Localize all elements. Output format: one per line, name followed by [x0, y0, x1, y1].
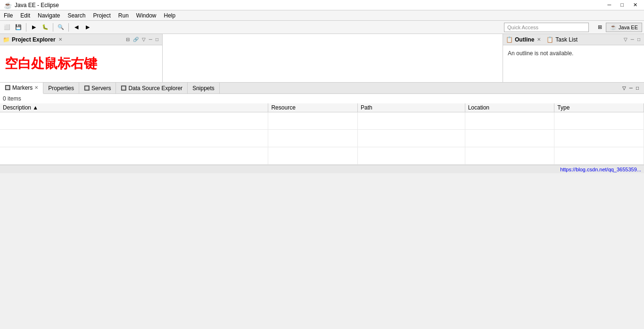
- outline-content: An outline is not available.: [503, 45, 644, 82]
- outline-close[interactable]: ✕: [537, 37, 541, 42]
- outline-panel: 📋 Outline ✕ 📋 Task List ▽ ─ □ An outline…: [503, 34, 644, 82]
- col-path: Path: [358, 103, 465, 112]
- window-title: Java EE - Eclipse: [15, 2, 605, 8]
- tab-datasource-label: Data Source Explorer: [128, 85, 182, 92]
- project-explorer-title: Project Explorer: [12, 36, 56, 43]
- outline-view-menu[interactable]: ▽: [623, 37, 628, 42]
- markers-table: Description ▲ Resource Path Location Typ…: [0, 103, 644, 165]
- outline-header: 📋 Outline ✕ 📋 Task List ▽ ─ □: [503, 34, 644, 45]
- toolbar-run-btn[interactable]: ▶: [29, 22, 39, 33]
- tab-markers-label: Markers: [12, 84, 33, 91]
- bottom-content: 0 items Description ▲ Resource Path Loca…: [0, 94, 644, 165]
- tasklist-icon: 📋: [546, 36, 553, 43]
- main-content: 📁 Project Explorer ✕ ⊟ 🔗 ▽ ─ □ 空白处鼠标右键 N…: [0, 34, 644, 165]
- col-type: Type: [554, 103, 644, 112]
- toolbar: ⬜ 💾 ▶ 🐛 🔍 ◀ ▶ Quick Access ⊞ ☕ Java EE: [0, 21, 644, 34]
- datasource-icon: 🔲: [121, 85, 126, 91]
- tab-properties-label: Properties: [48, 85, 74, 92]
- menu-bar: File Edit Navigate Search Project Run Wi…: [0, 10, 644, 21]
- toolbar-fwd-btn[interactable]: ▶: [83, 22, 93, 33]
- toolbar-sep-1: [26, 23, 26, 32]
- tasklist-label: Task List: [555, 36, 578, 43]
- bottom-tabs: 🔲 Markers ✕ Properties 🔲 Servers 🔲 Data …: [0, 83, 644, 94]
- view-menu-btn[interactable]: ▽: [141, 37, 147, 42]
- tab-snippets[interactable]: Snippets: [188, 83, 220, 94]
- outline-minimize[interactable]: ─: [630, 37, 635, 42]
- outline-title: Outline: [515, 36, 534, 43]
- collapse-all-btn[interactable]: ⊟: [125, 37, 131, 42]
- items-count: 0 items: [0, 94, 644, 103]
- perspective-label: Java EE: [619, 25, 638, 30]
- tab-datasource[interactable]: 🔲 Data Source Explorer: [116, 83, 188, 94]
- tab-servers-label: Servers: [91, 85, 111, 92]
- col-location: Location: [465, 103, 554, 112]
- toolbar-search-btn[interactable]: 🔍: [56, 22, 66, 33]
- bp-view-menu[interactable]: ▽: [621, 85, 627, 91]
- editor-area: [163, 34, 503, 82]
- col-resource: Resource: [268, 103, 358, 112]
- title-bar: ☕ Java EE - Eclipse ─ □ ✕: [0, 0, 644, 10]
- outline-maximize[interactable]: □: [636, 37, 641, 42]
- markers-close[interactable]: ✕: [34, 85, 38, 90]
- col-description: Description ▲: [0, 103, 268, 112]
- link-editor-btn[interactable]: 🔗: [132, 37, 140, 42]
- tab-snippets-label: Snippets: [192, 85, 215, 92]
- status-url[interactable]: https://blog.csdn.net/qq_3655359...: [560, 167, 641, 172]
- toolbar-save-btn[interactable]: 💾: [13, 22, 24, 33]
- project-explorer-close[interactable]: ✕: [58, 37, 62, 42]
- outline-icon: 📋: [506, 36, 513, 43]
- minimize-button[interactable]: ─: [605, 2, 614, 8]
- tab-properties[interactable]: Properties: [43, 83, 79, 94]
- bottom-panel: 🔲 Markers ✕ Properties 🔲 Servers 🔲 Data …: [0, 82, 644, 165]
- toolbar-sep-3: [68, 23, 69, 32]
- toolbar-perspective-icon[interactable]: ⊞: [594, 22, 605, 33]
- toolbar-sep-2: [53, 23, 53, 32]
- menu-search[interactable]: Search: [64, 11, 89, 20]
- minimize-panel-btn[interactable]: ─: [148, 37, 153, 42]
- project-explorer-header: 📁 Project Explorer ✕ ⊟ 🔗 ▽ ─ □: [0, 34, 162, 45]
- table-row: [0, 130, 644, 147]
- table-row: [0, 112, 644, 130]
- panel-controls: ⊟ 🔗 ▽ ─ □: [125, 37, 159, 42]
- menu-navigate[interactable]: Navigate: [34, 11, 64, 20]
- project-explorer-panel: 📁 Project Explorer ✕ ⊟ 🔗 ▽ ─ □ 空白处鼠标右键 N…: [0, 34, 163, 82]
- horizontal-panels: 📁 Project Explorer ✕ ⊟ 🔗 ▽ ─ □ 空白处鼠标右键 N…: [0, 34, 644, 82]
- bp-minimize[interactable]: ─: [628, 85, 634, 91]
- menu-window[interactable]: Window: [132, 11, 160, 20]
- menu-edit[interactable]: Edit: [17, 11, 34, 20]
- bp-maximize[interactable]: □: [635, 85, 640, 91]
- menu-run[interactable]: Run: [115, 11, 132, 20]
- outline-message: An outline is not available.: [503, 45, 644, 61]
- app-icon: ☕: [4, 1, 12, 9]
- quick-access-label: Quick Access: [507, 25, 538, 30]
- bottom-panel-controls: ▽ ─ □: [621, 85, 644, 91]
- close-button[interactable]: ✕: [630, 2, 640, 8]
- title-bar-controls: ─ □ ✕: [605, 2, 640, 8]
- project-explorer-icon: 📁: [3, 36, 10, 43]
- toolbar-back-btn[interactable]: ◀: [71, 22, 82, 33]
- perspective-icon: ☕: [610, 24, 617, 30]
- center-panel: [163, 34, 503, 82]
- table-row: [0, 147, 644, 165]
- maximize-panel-btn[interactable]: □: [155, 37, 159, 42]
- project-explorer-content: 空白处鼠标右键 New ▶ 📁 Project...: [0, 45, 162, 82]
- markers-icon: 🔲: [5, 85, 10, 90]
- menu-project[interactable]: Project: [89, 11, 114, 20]
- toolbar-debug-btn[interactable]: 🐛: [40, 22, 50, 33]
- menu-file[interactable]: File: [0, 11, 17, 20]
- menu-help[interactable]: Help: [160, 11, 180, 20]
- outline-panel-controls: ▽ ─ □: [623, 37, 641, 42]
- chinese-hint-text: 空白处鼠标右键: [0, 45, 162, 82]
- servers-icon: 🔲: [84, 85, 90, 91]
- quick-access-box[interactable]: Quick Access: [504, 23, 589, 32]
- toolbar-new-btn[interactable]: ⬜: [2, 22, 12, 33]
- status-bar: https://blog.csdn.net/qq_3655359...: [0, 165, 644, 173]
- perspective-java-ee[interactable]: ☕ Java EE: [606, 23, 642, 32]
- tab-markers[interactable]: 🔲 Markers ✕: [0, 83, 43, 94]
- tab-servers[interactable]: 🔲 Servers: [79, 83, 116, 94]
- maximize-button[interactable]: □: [618, 2, 627, 8]
